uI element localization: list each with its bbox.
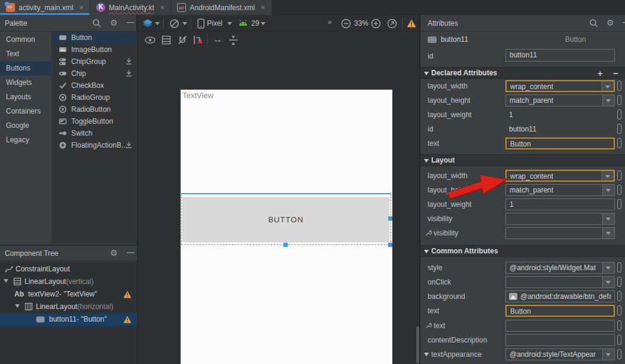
canvas-textview[interactable]: TextView [182,91,214,100]
chevron-down-icon[interactable] [602,81,614,91]
device-canvas[interactable]: TextView BUTTON [181,90,392,364]
chevron-down-icon[interactable] [602,95,614,106]
category-layouts[interactable]: Layouts [0,90,52,104]
warnings-icon[interactable] [407,19,416,27]
chevron-down-icon[interactable] [602,228,614,238]
device-selector[interactable]: Pixel [207,19,222,27]
palette-item-radiogroup[interactable]: RadioGroup [53,91,137,103]
tools-attribute-toggle-icon[interactable] [617,335,621,345]
layout-width-combo[interactable]: wrap_content [505,80,615,92]
close-icon[interactable]: × [160,3,165,12]
category-containers[interactable]: Containers [0,104,52,118]
chevron-down-icon[interactable] [602,262,614,273]
tree-node-textview2[interactable]: Ab textView2- "TextView" [0,288,137,301]
autoconnect-off-magnet-icon[interactable] [177,35,188,45]
hide-panel-icon[interactable]: — [127,17,136,27]
tools-attribute-toggle-icon[interactable] [617,95,621,105]
layout-weight-input[interactable]: 1 [505,198,615,210]
onclick-combo[interactable] [505,276,615,288]
search-icon[interactable] [92,19,102,28]
resize-handle-bottom-center[interactable] [283,243,288,247]
tools-attribute-toggle-icon[interactable] [617,277,621,287]
collapse-arrow-icon[interactable] [424,250,429,253]
toolbar-overflow[interactable]: » [328,18,332,26]
zoom-out-icon[interactable] [341,19,351,29]
infer-constraints-icon[interactable]: ↔ [213,34,222,45]
tree-node-linearlayout-horizontal[interactable]: LinearLayout(horizontal) [0,301,137,313]
tools-text-input[interactable] [505,320,615,332]
chevron-down-icon[interactable] [261,22,266,25]
tools-visibility-combo[interactable] [505,227,615,239]
tab-mainactivity-kt[interactable]: MainActivity.kt × [90,0,171,15]
collapse-arrow-icon[interactable] [15,304,20,308]
blueprint-layout-icon[interactable] [161,35,171,45]
resize-handle-right-center[interactable] [388,216,392,221]
zoom-to-fit-icon[interactable] [387,19,397,29]
collapse-arrow-icon[interactable] [4,279,8,283]
text-input[interactable]: Button [505,137,615,149]
palette-item-chipgroup[interactable]: ChipGroup [53,56,137,68]
add-attribute-icon[interactable]: + [597,68,603,78]
attr-value[interactable]: 1 [509,111,513,119]
close-icon[interactable]: × [79,3,84,12]
visibility-combo[interactable] [505,213,615,225]
chevron-down-icon[interactable] [155,22,160,25]
tools-attribute-toggle-icon[interactable] [617,185,621,195]
tools-attribute-toggle-icon[interactable] [617,138,621,148]
gear-icon[interactable]: ⚙ [606,18,616,27]
chevron-down-icon[interactable] [602,185,614,195]
design-mode-icon[interactable] [142,19,153,28]
palette-item-button[interactable]: Button [53,32,137,44]
zoom-in-icon[interactable] [371,19,381,29]
device-phone-icon[interactable] [197,19,205,29]
tree-node-constraintlayout[interactable]: ConstraintLayout [0,263,137,276]
chevron-down-icon[interactable] [227,22,232,25]
search-icon[interactable] [589,19,599,28]
tab-activity-main-xml[interactable]: activity_main.xml × [0,0,90,15]
canvas-button[interactable]: BUTTON [182,197,389,242]
palette-item-togglebutton[interactable]: ToggleButton [53,115,137,127]
category-google[interactable]: Google [0,118,52,133]
gear-icon[interactable]: ⚙ [110,248,120,258]
palette-item-radiobutton[interactable]: RadioButton [53,103,137,115]
close-icon[interactable]: × [261,3,266,12]
declared-attributes-section-header[interactable]: Declared Attributes + − [420,67,625,79]
id-input[interactable]: button11 [505,49,615,62]
tree-node-button11[interactable]: button11- "Button" [0,313,137,326]
warning-icon[interactable] [123,316,132,323]
api-level-selector[interactable]: 29 [251,19,259,27]
category-widgets[interactable]: Widgets [0,75,52,90]
tools-attribute-toggle-icon[interactable] [617,199,621,209]
category-buttons[interactable]: Buttons [0,61,52,75]
chevron-down-icon[interactable] [602,171,614,181]
category-text[interactable]: Text [0,47,52,61]
expand-arrow-icon[interactable] [424,353,429,356]
palette-item-checkbox[interactable]: CheckBox [53,79,137,91]
common-attributes-section-header[interactable]: Common Attributes [420,245,625,257]
tools-attribute-toggle-icon[interactable] [617,170,621,181]
palette-item-floatingactionbutton[interactable]: FloatingActionB... [53,139,137,151]
tools-attribute-toggle-icon[interactable] [617,124,621,134]
remove-attribute-icon[interactable]: − [613,68,618,78]
layout-height-combo[interactable]: match_parent [505,94,615,106]
category-common[interactable]: Common [0,32,52,47]
text-input[interactable]: Button [505,305,615,317]
hide-panel-icon[interactable]: — [127,247,136,257]
layout-width-combo[interactable]: wrap_content [505,170,615,182]
palette-item-chip[interactable]: Chip [53,68,137,79]
tools-attribute-toggle-icon[interactable] [617,320,621,331]
tools-attribute-toggle-icon[interactable] [617,349,621,359]
tree-node-linearlayout-vertical[interactable]: LinearLayout(vertical) [0,276,137,288]
tools-attribute-toggle-icon[interactable] [617,81,621,91]
orientation-icon[interactable] [169,19,179,29]
style-combo[interactable]: @android:style/Widget.Mat [505,262,615,274]
resize-handle-bottom-right[interactable] [388,243,392,247]
category-legacy[interactable]: Legacy [0,133,52,147]
layout-height-combo[interactable]: match_parent [505,184,615,196]
chevron-down-icon[interactable] [602,277,614,287]
chevron-down-icon[interactable] [602,349,614,360]
default-margins-icon[interactable] [228,35,238,45]
layout-section-header[interactable]: Layout [420,154,625,166]
hide-panel-icon[interactable]: — [623,17,625,27]
chevron-down-icon[interactable] [602,213,614,224]
